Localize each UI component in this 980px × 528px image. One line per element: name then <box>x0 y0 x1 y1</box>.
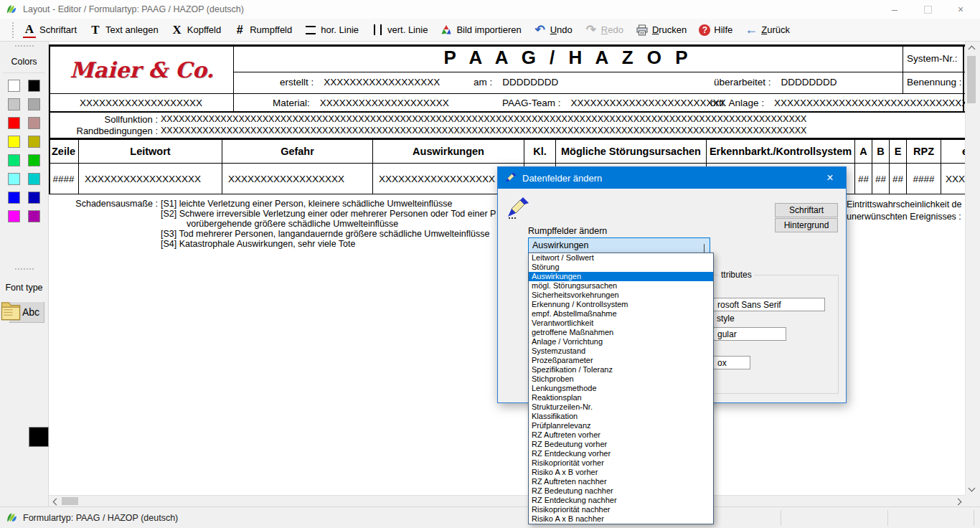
ueberarbeitet-value: DDDDDDDD <box>781 77 837 88</box>
toolbar-button-zurueck[interactable]: ← Zurück <box>745 23 790 37</box>
vertical-scrollbar[interactable] <box>965 42 977 495</box>
table-header-cell: Gefahr <box>222 140 373 163</box>
color-swatch[interactable] <box>28 80 40 92</box>
status-separator <box>887 510 888 526</box>
dropdown-item[interactable]: Spezifikation / Toleranz <box>529 365 713 374</box>
status-separator <box>781 510 781 526</box>
vertical-scroll-thumb[interactable] <box>967 56 976 103</box>
dropdown-list[interactable]: Leitwort / SollwertStörungAuswirkungenmö… <box>528 253 714 524</box>
color-swatch[interactable] <box>28 98 40 110</box>
rumpffeld-combobox[interactable]: Auswirkungen <box>528 237 710 253</box>
toolbar-button-kopffeld[interactable]: X Kopffeld <box>171 23 221 37</box>
dropdown-item[interactable]: Leitwort / Sollwert <box>529 253 713 263</box>
paag-team-label: PAAG-Team : <box>502 98 561 108</box>
toolbar-button-rumpffeld[interactable]: # Rumpffeld <box>233 23 292 37</box>
dropdown-item[interactable]: Prüfplanrelevanz <box>529 421 713 430</box>
chevron-right-icon <box>954 498 961 505</box>
table-header-cell: em <box>941 140 965 163</box>
dropdown-item[interactable]: Lenkungsmethode <box>529 384 713 393</box>
dropdown-item[interactable]: Stichproben <box>529 374 713 384</box>
toolbar-button-hor-linie[interactable]: hor. Linie <box>304 23 359 37</box>
dialog-title: Datenfelder ändern <box>522 173 602 184</box>
form-hline-row2 <box>49 93 965 94</box>
status-bar: Formulartyp: PAAG / HAZOP (deutsch) <box>0 506 980 528</box>
dropdown-item[interactable]: RZ Entdeckung vorher <box>529 449 713 458</box>
dropdown-item[interactable]: Prozeßparameter <box>529 356 713 365</box>
toolbar-button-undo[interactable]: ↶ Undo <box>534 23 573 37</box>
pen-icon <box>505 172 517 184</box>
horizontal-line-icon <box>304 23 317 37</box>
color-swatch[interactable] <box>8 117 20 129</box>
erstellt-value: XXXXXXXXXXXXXXXXXX <box>324 77 440 88</box>
dropdown-item[interactable]: Auswirkungen <box>529 272 713 281</box>
color-swatch[interactable] <box>28 192 40 204</box>
dropdown-item[interactable]: Systemzustand <box>529 346 713 356</box>
dropdown-item[interactable]: empf. Abstellmaßnahme <box>529 309 713 319</box>
dropdown-item[interactable]: Reaktionsplan <box>529 393 713 402</box>
horizontal-scrollbar[interactable] <box>49 495 965 506</box>
toolbar-grip <box>12 22 14 38</box>
dropdown-item[interactable]: getroffene Maßnahmen <box>529 328 713 337</box>
dropdown-item[interactable]: Risiko A x B vorher <box>529 468 713 477</box>
color-swatch[interactable] <box>28 136 40 148</box>
schadens-s2: [S2] Schwere irreversible Verletzung ein… <box>161 209 496 219</box>
dropdown-item[interactable]: RZ Auftreten nachher <box>529 477 713 486</box>
dropdown-item[interactable]: mögl. Störungsursachen <box>529 281 713 291</box>
color-swatch[interactable] <box>8 98 20 110</box>
dropdown-item[interactable]: Klassifikation <box>529 412 713 421</box>
scroll-right-button[interactable] <box>952 496 963 507</box>
scroll-up-button[interactable] <box>966 43 977 55</box>
toolbar-button-text-anlegen[interactable]: T Text anlegen <box>89 23 159 37</box>
dropdown-item[interactable]: RZ Bedeutung nachher <box>529 486 713 496</box>
schriftart-button[interactable]: Schriftart <box>775 203 838 217</box>
dialog-title-bar[interactable]: Datenfelder ändern × <box>498 167 846 189</box>
form-vline-sysnr <box>903 44 903 93</box>
maximize-button[interactable] <box>911 0 944 19</box>
dropdown-item[interactable]: Anlage / Vorrichtung <box>529 337 713 346</box>
scroll-down-button[interactable] <box>966 482 977 494</box>
toolbar-button-bild-importieren[interactable]: Bild importieren <box>440 23 521 37</box>
dropdown-item[interactable]: Strukturzeilen-Nr. <box>529 402 713 412</box>
toolbar-button-hilfe[interactable]: ? Hilfe <box>699 24 732 36</box>
table-cell: XXXXXXXXXXXXXXXXXX <box>222 164 373 194</box>
dropdown-item[interactable]: RZ Auftreten vorher <box>529 430 713 440</box>
minimize-button[interactable]: – <box>878 0 911 19</box>
toolbar-button-schriftart[interactable]: A Schriftart <box>23 22 77 38</box>
dropdown-item[interactable]: Erkennung / Kontrollsystem <box>529 300 713 309</box>
dropdown-item[interactable]: Risikopriorität nachher <box>529 505 713 514</box>
color-swatch[interactable] <box>8 80 20 92</box>
table-header-cell: Auswirkungen <box>373 140 524 163</box>
font-name-field[interactable]: rosoft Sans Serif <box>706 298 825 311</box>
sollfunktion-value: XXXXXXXXXXXXXXXXXXXXXXXXXXXXXXXXXXXXXXXX… <box>161 114 965 124</box>
color-swatch[interactable] <box>28 154 40 166</box>
color-swatch[interactable] <box>8 210 20 222</box>
scroll-left-button[interactable] <box>50 496 62 507</box>
dropdown-item[interactable]: RZ Entdeckung nachher <box>529 496 713 505</box>
dropdown-item[interactable]: RZ Bedeutung vorher <box>529 440 713 449</box>
dropdown-item[interactable]: Verantwortlichkeit <box>529 319 713 328</box>
form-hline-row3 <box>49 111 965 113</box>
horizontal-scroll-thumb[interactable] <box>62 497 78 505</box>
color-swatch[interactable] <box>8 154 20 166</box>
color-swatch[interactable] <box>8 173 20 185</box>
font-style-field[interactable]: gular <box>706 327 786 341</box>
dropdown-item[interactable]: Störung <box>529 263 713 272</box>
print-icon <box>636 23 649 37</box>
oertl-anlage-field: örtl. Anlage :XXXXXXXXXXXXXXXXXXXXXXXXXX… <box>710 96 965 109</box>
hintergrund-button[interactable]: Hintergrund <box>775 218 838 232</box>
toolbar-button-drucken[interactable]: Drucken <box>636 23 687 37</box>
dropdown-item[interactable]: Sicherheitsvorkehrungen <box>529 291 713 300</box>
toolbar-button-vert-linie[interactable]: vert. Linie <box>371 23 428 37</box>
close-button[interactable]: × <box>944 0 977 19</box>
dropdown-item[interactable]: Risiko A x B nachher <box>529 514 713 524</box>
color-swatch[interactable] <box>28 173 40 185</box>
color-swatch[interactable] <box>28 210 40 222</box>
color-swatch[interactable] <box>8 192 20 204</box>
dropdown-item[interactable]: Risikopriorität vorher <box>529 458 713 468</box>
color-swatch[interactable] <box>28 117 40 129</box>
color-swatch[interactable] <box>8 136 20 148</box>
window-controls: – × <box>878 0 977 19</box>
dialog-close-button[interactable]: × <box>814 167 846 189</box>
system-nr-label: System-Nr.: <box>907 53 958 64</box>
oertl-anlage-label: örtl. Anlage : <box>710 98 764 108</box>
